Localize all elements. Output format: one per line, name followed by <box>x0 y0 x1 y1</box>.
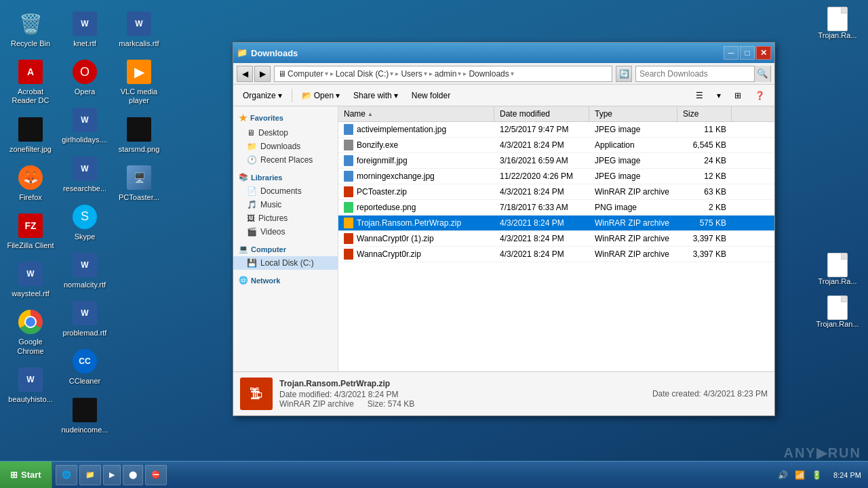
desktop-folder-icon: 🖥 <box>247 128 255 138</box>
back-button[interactable]: ◀ <box>237 66 253 82</box>
sidebar-item-downloads[interactable]: 📁 Downloads <box>233 140 338 153</box>
desktop-icon-starsmd[interactable]: starsmd.png <box>112 113 166 157</box>
desktop-icon-beautyhisto[interactable]: W beautyhisto... <box>3 363 58 407</box>
col-header-date[interactable]: Date modified <box>494 106 589 121</box>
desktop-icon-problemad[interactable]: W problemad.rtf <box>58 296 112 341</box>
col-header-size[interactable]: Size <box>677 106 732 121</box>
file-type-2: JPEG image <box>589 154 677 167</box>
file-row-1[interactable]: Bonzify.exe 4/3/2021 8:24 PM Application… <box>338 138 774 153</box>
file-row-8[interactable]: WannaCrypt0r.zip 4/3/2021 8:24 PM WinRAR… <box>338 247 774 262</box>
network-tray-icon[interactable]: 📶 <box>793 468 806 482</box>
taskbar-chrome[interactable]: ⬤ <box>123 465 143 485</box>
sidebar-item-local-disk[interactable]: 💾 Local Disk (C:) <box>233 256 338 270</box>
desktop-icon-vlc[interactable]: ▶ VLC media player <box>112 55 166 108</box>
sidebar-network-header[interactable]: 🌐 Network <box>233 273 338 287</box>
search-input[interactable] <box>636 69 754 79</box>
pctoaster-desk-icon: 🖥️ <box>125 164 153 191</box>
desktop-icon-normalcity[interactable]: W normalcity.rtf <box>58 248 112 293</box>
organize-button[interactable]: Organize ▾ <box>237 87 288 104</box>
file-row-7[interactable]: WannaCrypt0r (1).zip 4/3/2021 8:24 PM Wi… <box>338 231 774 247</box>
desktop-icon-nudeincome[interactable]: nudeincome... <box>58 393 112 438</box>
share-with-button[interactable]: Share with ▾ <box>347 87 404 104</box>
refresh-button[interactable]: 🔄 <box>616 66 632 82</box>
file-name-4: PCToaster.zip <box>338 184 494 199</box>
file-type-6: WinRAR ZIP archive <box>589 216 677 230</box>
status-size-label: Size: <box>368 399 386 409</box>
file-row-5[interactable]: reporteduse.png 7/18/2017 6:33 AM PNG im… <box>338 200 774 216</box>
desktop-icon-recycle-bin[interactable]: 🗑️ Recycle Bin <box>3 7 58 52</box>
window-titlebar[interactable]: 📁 Downloads ─ □ ✕ <box>233 43 774 63</box>
search-button[interactable]: 🔍 <box>754 66 770 82</box>
battery-icon[interactable]: 🔋 <box>810 468 823 482</box>
desktop-icon-acrobat[interactable]: A Acrobat Reader DC <box>3 55 58 108</box>
forward-button[interactable]: ▶ <box>254 66 271 82</box>
file-row-3[interactable]: morningexchange.jpg 11/22/2020 4:26 PM J… <box>338 169 774 184</box>
desktop-icon-girlholidays[interactable]: W girlholidays.... <box>58 103 112 148</box>
beautyhisto-icon: W <box>17 366 44 393</box>
new-folder-label: New folder <box>412 91 450 100</box>
sidebar-section-favorites: ★ Favorites 🖥 Desktop 📁 Downloads 🕐 Rece… <box>233 110 338 167</box>
desktop-icon-trojan1[interactable]: Trojan.Ra... <box>810 3 865 43</box>
path-downloads[interactable]: Downloads ▾ <box>469 69 513 79</box>
path-admin[interactable]: admin ▾ <box>435 69 462 79</box>
desktop-icon-trojan3[interactable]: Trojan.Ran... <box>810 292 865 331</box>
path-computer[interactable]: 🖥 Computer ▾ <box>278 69 328 79</box>
close-button[interactable]: ✕ <box>756 46 771 60</box>
trojan3-icon <box>827 296 848 320</box>
desktop-icon-pctoaster-desk[interactable]: 🖥️ PCToaster... <box>112 161 166 205</box>
maximize-button[interactable]: □ <box>740 46 755 60</box>
taskbar-media[interactable]: ▶ <box>103 465 121 485</box>
col-header-type[interactable]: Type <box>589 106 677 121</box>
sidebar-item-recent-places[interactable]: 🕐 Recent Places <box>233 153 338 167</box>
researchbe-icon: W <box>71 155 98 182</box>
sidebar-item-music[interactable]: 🎵 Music <box>233 198 338 211</box>
desktop-icon-ccleaner[interactable]: CC CCleaner <box>58 344 112 389</box>
sidebar-libraries-header[interactable]: 📚 Libraries <box>233 170 338 184</box>
av-icon: ⛔ <box>151 470 161 479</box>
computer-icon-sm: 🖥 <box>278 69 286 79</box>
path-local-disk[interactable]: Local Disk (C:) ▾ <box>336 69 394 79</box>
file-row-4[interactable]: PCToaster.zip 4/3/2021 8:24 PM WinRAR ZI… <box>338 184 774 200</box>
desktop-icon-firefox[interactable]: 🦊 Firefox <box>3 161 58 205</box>
taskbar-explorer[interactable]: 📁 <box>79 465 101 485</box>
view-list-button[interactable]: ☰ <box>690 87 709 104</box>
desktop-icon-trojan2[interactable]: Trojan.Ra... <box>810 249 865 289</box>
file-icon-7 <box>344 233 353 244</box>
desktop-icon-zonefilter[interactable]: zonefilter.jpg <box>3 113 58 157</box>
taskbar-av[interactable]: ⛔ <box>145 465 167 485</box>
recycle-bin-label: Recycle Bin <box>11 39 50 48</box>
file-type-8: WinRAR ZIP archive <box>589 247 677 261</box>
view-change-button[interactable]: ▾ <box>711 87 727 104</box>
desktop-icon-skype[interactable]: S Skype <box>58 200 112 245</box>
toolbar: Organize ▾ 📂 Open ▾ Share with ▾ New fol… <box>233 85 774 106</box>
volume-icon[interactable]: 🔊 <box>776 468 789 482</box>
new-folder-button[interactable]: New folder <box>406 87 456 104</box>
file-name-7: WannaCrypt0r (1).zip <box>338 231 494 246</box>
help-button[interactable]: ❓ <box>749 87 771 104</box>
path-users[interactable]: Users ▾ <box>401 69 427 79</box>
desktop-icon-researchbe[interactable]: W researchbe... <box>58 152 112 197</box>
file-row-6[interactable]: Trojan.Ransom.PetrWrap.zip 4/3/2021 8:24… <box>338 216 774 231</box>
desktop-icon-filezilla[interactable]: FZ FileZilla Client <box>3 209 58 253</box>
desktop-icon-opera[interactable]: O Opera <box>58 55 112 100</box>
sidebar-item-documents[interactable]: 📄 Documents <box>233 184 338 198</box>
desktop-icon-chrome[interactable]: Google Chrome <box>3 305 58 359</box>
minimize-button[interactable]: ─ <box>724 46 738 60</box>
open-button[interactable]: 📂 Open ▾ <box>296 87 346 104</box>
taskbar-ie[interactable]: 🌐 <box>56 465 77 485</box>
sidebar-computer-header[interactable]: 💻 Computer <box>233 242 338 256</box>
desktop-icon-waysteel[interactable]: W waysteel.rtf <box>3 257 58 302</box>
sidebar-item-pictures[interactable]: 🖼 Pictures <box>233 211 338 225</box>
sidebar-item-videos[interactable]: 🎬 Videos <box>233 225 338 239</box>
desktop-icon-markcalis[interactable]: W markcalis.rtf <box>112 7 166 52</box>
col-header-name[interactable]: Name ▲ <box>338 106 494 121</box>
start-button[interactable]: ⊞ Start <box>0 462 52 488</box>
desktop-icon-knet[interactable]: W knet.rtf <box>58 7 112 52</box>
preview-pane-button[interactable]: ⊞ <box>728 87 747 104</box>
address-path[interactable]: 🖥 Computer ▾ ▸ Local Disk (C:) ▾ ▸ Users… <box>274 66 612 82</box>
file-row-2[interactable]: foreignmilf.jpg 3/16/2021 6:59 AM JPEG i… <box>338 153 774 169</box>
file-list: Name ▲ Date modified Type Size <box>338 106 774 371</box>
sidebar-item-desktop[interactable]: 🖥 Desktop <box>233 126 338 140</box>
sidebar-favorites-header[interactable]: ★ Favorites <box>233 110 338 126</box>
file-row-0[interactable]: activeimplementation.jpg 12/5/2017 9:47 … <box>338 122 774 138</box>
